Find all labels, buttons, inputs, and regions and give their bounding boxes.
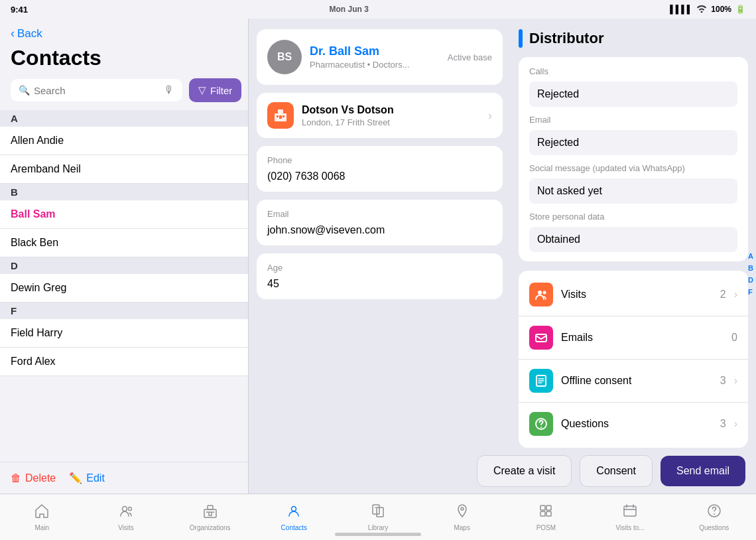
svg-point-22 xyxy=(461,507,464,510)
edit-icon: ✏️ xyxy=(69,472,82,484)
app-container: ‹ Back Contacts 🔍 🎙 ▽ Filter A Allen And… xyxy=(0,19,756,494)
back-label: Back xyxy=(17,27,42,40)
section-header-f: F xyxy=(0,303,248,319)
tab-posm-label: POSM xyxy=(536,524,556,531)
tab-library[interactable]: Library xyxy=(336,498,420,537)
visits-action[interactable]: Visits 2 › xyxy=(519,273,748,316)
questions-chevron-icon: › xyxy=(734,418,737,430)
bottom-actions: 🗑 Delete ✏️ Edit xyxy=(0,462,248,494)
visits-chevron-icon: › xyxy=(734,289,737,301)
phone-card: Phone (020) 7638 0068 xyxy=(257,146,503,192)
back-chevron-icon: ‹ xyxy=(11,27,15,40)
bottom-action-bar: Create a visit Consent Send email xyxy=(249,448,756,494)
contact-name-info: Dr. Ball Sam Pharmaceutist • Doctors... xyxy=(310,44,440,70)
active-base-badge: Active base xyxy=(448,52,492,62)
alpha-a[interactable]: A xyxy=(748,252,753,260)
org-address: London, 17 Frith Street xyxy=(302,117,480,127)
list-item-active[interactable]: Ball Sam xyxy=(0,200,248,229)
org-chevron-icon: › xyxy=(488,109,492,123)
email-label: Email xyxy=(267,209,492,219)
emails-action[interactable]: Emails 0 xyxy=(519,316,748,360)
contact-header-card: BS Dr. Ball Sam Pharmaceutist • Doctors.… xyxy=(257,29,503,85)
tab-maps[interactable]: Maps xyxy=(420,498,504,537)
questions-action[interactable]: Questions 3 › xyxy=(519,403,748,445)
filter-button[interactable]: ▽ Filter xyxy=(189,78,241,102)
distributor-icon-bar xyxy=(519,29,523,48)
search-filter-row: 🔍 🎙 ▽ Filter xyxy=(0,78,248,110)
visits-label: Visits xyxy=(561,289,712,301)
alpha-f[interactable]: F xyxy=(748,288,753,296)
alpha-d[interactable]: D xyxy=(748,276,753,284)
delete-button[interactable]: 🗑 Delete xyxy=(11,472,56,484)
consent-chevron-icon: › xyxy=(734,375,737,387)
distributor-panel: Distributor Calls Rejected Email Rejecte… xyxy=(511,19,756,494)
status-date: Mon Jun 3 xyxy=(329,5,368,14)
list-item[interactable]: Ford Alex xyxy=(0,348,248,376)
tab-questions-label: Questions xyxy=(699,524,729,531)
calls-label: Calls xyxy=(529,66,737,76)
search-icon: 🔍 xyxy=(19,85,30,96)
tab-library-label: Library xyxy=(368,524,389,531)
battery-label: 100% xyxy=(711,5,731,14)
tab-contacts[interactable]: Contacts xyxy=(252,498,336,537)
distributor-title: Distributor xyxy=(529,30,603,47)
svg-point-5 xyxy=(538,291,542,295)
mic-icon[interactable]: 🎙 xyxy=(164,84,174,96)
email-dist-value: Rejected xyxy=(529,130,737,155)
tab-visits-label: Visits xyxy=(118,524,134,531)
svg-point-18 xyxy=(292,506,296,511)
list-item[interactable]: Aremband Neil xyxy=(0,155,248,184)
contacts-panel: ‹ Back Contacts 🔍 🎙 ▽ Filter A Allen And… xyxy=(0,19,249,494)
filter-icon: ▽ xyxy=(198,84,206,96)
home-icon xyxy=(34,504,49,522)
section-header-a: A xyxy=(0,110,248,127)
tab-contacts-label: Contacts xyxy=(281,524,307,531)
svg-rect-20 xyxy=(377,507,383,517)
consent-action[interactable]: Offline consent 3 › xyxy=(519,360,748,403)
contact-list: A Allen Andie Aremband Neil B Ball Sam B… xyxy=(0,110,248,462)
status-right: ▌▌▌▌ 100% 🔋 xyxy=(670,5,745,15)
tab-posm[interactable]: POSM xyxy=(504,498,588,537)
list-item[interactable]: Black Ben xyxy=(0,229,248,257)
list-item[interactable]: Dewin Greg xyxy=(0,274,248,303)
age-card: Age 45 xyxy=(257,253,503,299)
filter-label: Filter xyxy=(210,85,232,96)
organizations-icon xyxy=(203,504,218,522)
back-button[interactable]: ‹ Back xyxy=(0,27,248,43)
list-item[interactable]: Field Harry xyxy=(0,319,248,348)
svg-rect-25 xyxy=(540,511,545,516)
tab-visits[interactable]: Visits xyxy=(84,498,168,537)
edit-button[interactable]: ✏️ Edit xyxy=(69,472,105,484)
battery-icon: 🔋 xyxy=(735,5,745,14)
svg-point-11 xyxy=(123,506,127,511)
svg-rect-3 xyxy=(283,115,284,117)
phone-value: (020) 7638 0068 xyxy=(267,170,492,182)
send-email-button[interactable]: Send email xyxy=(661,456,745,486)
visits-tab-icon xyxy=(119,504,133,522)
tab-organizations[interactable]: Organizations xyxy=(168,498,252,537)
tab-main[interactable]: Main xyxy=(0,498,84,537)
detail-panel: BS Dr. Ball Sam Pharmaceutist • Doctors.… xyxy=(249,19,511,494)
list-item[interactable]: Allen Andie xyxy=(0,127,248,155)
distributor-fields-card: Calls Rejected Email Rejected Social mes… xyxy=(519,57,748,261)
create-visit-button[interactable]: Create a visit xyxy=(477,455,572,487)
consent-count: 3 xyxy=(720,375,726,387)
edit-label: Edit xyxy=(86,472,105,484)
maps-icon xyxy=(455,504,470,522)
status-bar: 9:41 Mon Jun 3 ▌▌▌▌ 100% 🔋 xyxy=(0,0,756,19)
consent-icon xyxy=(529,369,553,393)
search-input[interactable] xyxy=(34,85,160,96)
personal-data-value: Obtained xyxy=(529,227,737,252)
svg-rect-26 xyxy=(546,511,551,516)
svg-rect-24 xyxy=(546,506,551,510)
tab-questions[interactable]: Questions xyxy=(672,498,756,537)
org-card[interactable]: Dotson Vs Dotson London, 17 Frith Street… xyxy=(257,93,503,138)
consent-button[interactable]: Consent xyxy=(580,455,653,487)
svg-rect-7 xyxy=(536,334,546,342)
alpha-b[interactable]: B xyxy=(748,264,753,272)
avatar: BS xyxy=(267,40,302,74)
svg-rect-1 xyxy=(278,109,283,113)
visits-icon xyxy=(529,283,553,306)
tab-visits-to[interactable]: Visits to... xyxy=(588,498,672,537)
svg-rect-19 xyxy=(373,505,379,514)
